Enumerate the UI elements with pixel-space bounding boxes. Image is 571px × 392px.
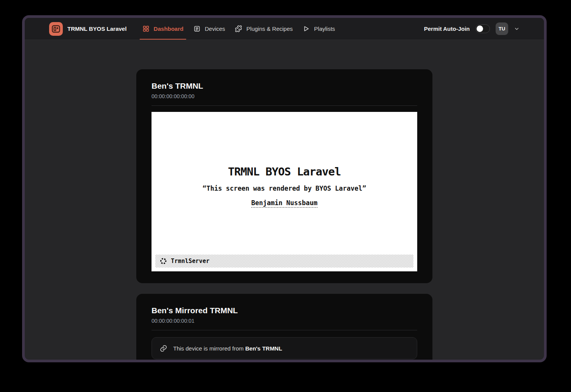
spinner-icon (159, 257, 167, 265)
brand-title: TRMNL BYOS Laravel (67, 25, 127, 32)
device-card: Ben's Mirrored TRMNL 00:00:00:00:00:01 T… (136, 294, 432, 362)
mirror-notice-text: This device is mirrored from Ben's TRMNL (173, 345, 282, 352)
screen-status-bar: TrmnlServer (155, 255, 413, 268)
brand[interactable]: TRMNL BYOS Laravel (49, 18, 127, 40)
nav-right: Permit Auto-Join TU (424, 18, 520, 40)
screen-title: TRMNL BYOS Laravel (152, 112, 417, 178)
divider (152, 330, 417, 330)
screen-quote: “This screen was rendered by BYOS Larave… (152, 185, 417, 192)
user-avatar[interactable]: TU (496, 22, 508, 35)
mirror-notice: This device is mirrored from Ben's TRMNL (152, 337, 417, 359)
tab-plugins-recipes[interactable]: Plugins & Recipes (230, 18, 298, 40)
tab-label: Dashboard (154, 25, 183, 32)
tab-playlists[interactable]: Playlists (298, 18, 340, 40)
permit-auto-join-toggle[interactable] (475, 24, 490, 33)
top-nav: TRMNL BYOS Laravel Dashboard (25, 18, 544, 40)
main-content: Ben's TRMNL 00:00:00:00:00:00 TRMNL BYOS… (25, 40, 544, 362)
device-screen-preview: TRMNL BYOS Laravel “This screen was rend… (152, 112, 417, 271)
device-name: Ben's Mirrored TRMNL (152, 306, 417, 315)
screen-author-link[interactable]: Benjamin Nussbaum (251, 199, 317, 208)
divider (152, 105, 417, 106)
status-label: TrmnlServer (171, 258, 210, 265)
tab-label: Devices (205, 25, 225, 32)
chevron-down-icon[interactable] (514, 26, 520, 32)
trmnl-logo-icon (49, 22, 63, 36)
link-icon (159, 344, 167, 352)
app-window: TRMNL BYOS Laravel Dashboard (22, 15, 547, 362)
tab-devices[interactable]: Devices (188, 18, 230, 40)
permit-auto-join-label: Permit Auto-Join (424, 25, 470, 32)
mirror-source-name: Ben's TRMNL (245, 345, 282, 352)
toggle-knob (477, 25, 483, 32)
puzzle-icon (235, 25, 242, 32)
screen-author-row: Benjamin Nussbaum (152, 199, 417, 208)
device-card: Ben's TRMNL 00:00:00:00:00:00 TRMNL BYOS… (136, 69, 432, 283)
devices-icon (193, 25, 201, 32)
tab-dashboard[interactable]: Dashboard (137, 18, 188, 40)
tab-label: Playlists (314, 25, 335, 32)
device-mac-address: 00:00:00:00:00:01 (152, 318, 417, 324)
grid-icon (142, 25, 150, 32)
device-name: Ben's TRMNL (152, 81, 417, 91)
tab-label: Plugins & Recipes (246, 25, 293, 32)
nav-tabs: Dashboard Devices Plugins & Recipes (137, 18, 340, 40)
play-icon (303, 25, 310, 32)
device-mac-address: 00:00:00:00:00:00 (152, 93, 417, 99)
